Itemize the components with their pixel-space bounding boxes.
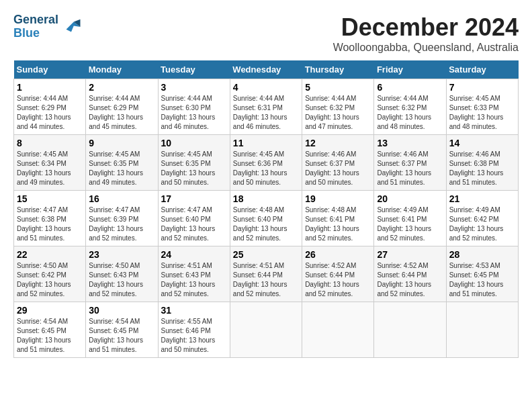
day-number: 20 bbox=[377, 193, 443, 204]
day-number: 28 bbox=[449, 249, 515, 260]
calendar-cell: 27Sunrise: 4:52 AM Sunset: 6:44 PM Dayli… bbox=[374, 246, 446, 302]
day-info: Sunrise: 4:46 AM Sunset: 6:37 PM Dayligh… bbox=[377, 150, 443, 187]
calendar-cell: 21Sunrise: 4:49 AM Sunset: 6:42 PM Dayli… bbox=[446, 191, 518, 246]
day-info: Sunrise: 4:44 AM Sunset: 6:32 PM Dayligh… bbox=[377, 94, 443, 132]
calendar-week-row-2: 8Sunrise: 4:45 AM Sunset: 6:34 PM Daylig… bbox=[14, 135, 519, 191]
calendar-cell: 16Sunrise: 4:47 AM Sunset: 6:39 PM Dayli… bbox=[86, 191, 158, 246]
calendar-cell: 14Sunrise: 4:46 AM Sunset: 6:38 PM Dayli… bbox=[446, 135, 518, 191]
calendar-cell: 3Sunrise: 4:44 AM Sunset: 6:30 PM Daylig… bbox=[158, 79, 230, 135]
day-info: Sunrise: 4:44 AM Sunset: 6:32 PM Dayligh… bbox=[305, 94, 371, 132]
day-number: 30 bbox=[89, 305, 154, 316]
day-info: Sunrise: 4:50 AM Sunset: 6:43 PM Dayligh… bbox=[89, 261, 154, 299]
day-number: 25 bbox=[233, 249, 299, 260]
page-header: General Blue December 2024 Woolloongabba… bbox=[13, 13, 519, 54]
day-info: Sunrise: 4:50 AM Sunset: 6:42 PM Dayligh… bbox=[17, 261, 83, 299]
calendar-cell bbox=[230, 302, 302, 358]
day-number: 27 bbox=[377, 249, 443, 260]
calendar-cell: 25Sunrise: 4:51 AM Sunset: 6:44 PM Dayli… bbox=[230, 246, 302, 302]
day-number: 17 bbox=[161, 193, 227, 204]
day-number: 8 bbox=[17, 138, 83, 148]
column-header-wednesday: Wednesday bbox=[230, 60, 302, 79]
day-info: Sunrise: 4:45 AM Sunset: 6:35 PM Dayligh… bbox=[89, 150, 154, 187]
day-info: Sunrise: 4:45 AM Sunset: 6:35 PM Dayligh… bbox=[161, 150, 227, 187]
calendar-cell: 8Sunrise: 4:45 AM Sunset: 6:34 PM Daylig… bbox=[14, 135, 86, 191]
calendar-cell: 7Sunrise: 4:45 AM Sunset: 6:33 PM Daylig… bbox=[446, 79, 518, 135]
calendar-cell: 10Sunrise: 4:45 AM Sunset: 6:35 PM Dayli… bbox=[158, 135, 230, 191]
calendar-week-row-5: 29Sunrise: 4:54 AM Sunset: 6:45 PM Dayli… bbox=[14, 302, 519, 358]
column-header-sunday: Sunday bbox=[14, 60, 86, 79]
day-info: Sunrise: 4:46 AM Sunset: 6:37 PM Dayligh… bbox=[305, 150, 371, 187]
day-info: Sunrise: 4:45 AM Sunset: 6:34 PM Dayligh… bbox=[17, 150, 83, 187]
day-info: Sunrise: 4:44 AM Sunset: 6:29 PM Dayligh… bbox=[89, 94, 154, 132]
day-info: Sunrise: 4:49 AM Sunset: 6:42 PM Dayligh… bbox=[449, 205, 515, 243]
day-number: 9 bbox=[89, 138, 154, 148]
day-info: Sunrise: 4:47 AM Sunset: 6:39 PM Dayligh… bbox=[89, 205, 154, 243]
calendar-cell: 29Sunrise: 4:54 AM Sunset: 6:45 PM Dayli… bbox=[14, 302, 86, 358]
calendar-cell: 12Sunrise: 4:46 AM Sunset: 6:37 PM Dayli… bbox=[302, 135, 374, 191]
calendar-cell: 26Sunrise: 4:52 AM Sunset: 6:44 PM Dayli… bbox=[302, 246, 374, 302]
day-number: 2 bbox=[89, 82, 154, 93]
calendar-cell: 13Sunrise: 4:46 AM Sunset: 6:37 PM Dayli… bbox=[374, 135, 446, 191]
day-number: 7 bbox=[449, 82, 515, 93]
calendar-cell: 5Sunrise: 4:44 AM Sunset: 6:32 PM Daylig… bbox=[302, 79, 374, 135]
calendar-cell: 24Sunrise: 4:51 AM Sunset: 6:43 PM Dayli… bbox=[158, 246, 230, 302]
calendar-cell: 11Sunrise: 4:45 AM Sunset: 6:36 PM Dayli… bbox=[230, 135, 302, 191]
day-number: 3 bbox=[161, 82, 227, 93]
day-number: 22 bbox=[17, 249, 83, 260]
day-number: 18 bbox=[233, 193, 299, 204]
day-number: 14 bbox=[449, 138, 515, 148]
calendar-cell: 15Sunrise: 4:47 AM Sunset: 6:38 PM Dayli… bbox=[14, 191, 86, 246]
day-number: 13 bbox=[377, 138, 443, 148]
day-info: Sunrise: 4:51 AM Sunset: 6:43 PM Dayligh… bbox=[161, 261, 227, 299]
day-number: 15 bbox=[17, 193, 83, 204]
day-number: 11 bbox=[233, 138, 299, 148]
title-block: December 2024 Woolloongabba, Queensland,… bbox=[333, 13, 519, 54]
day-number: 16 bbox=[89, 193, 154, 204]
day-number: 1 bbox=[17, 82, 83, 93]
calendar-cell bbox=[302, 302, 374, 358]
day-number: 26 bbox=[305, 249, 371, 260]
day-number: 10 bbox=[161, 138, 227, 148]
day-number: 24 bbox=[161, 249, 227, 260]
location-title: Woolloongabba, Queensland, Australia bbox=[333, 42, 519, 54]
calendar-cell bbox=[446, 302, 518, 358]
calendar-cell bbox=[374, 302, 446, 358]
day-info: Sunrise: 4:47 AM Sunset: 6:38 PM Dayligh… bbox=[17, 205, 83, 243]
column-header-friday: Friday bbox=[374, 60, 446, 79]
day-info: Sunrise: 4:54 AM Sunset: 6:45 PM Dayligh… bbox=[17, 317, 83, 355]
day-number: 31 bbox=[161, 305, 227, 316]
day-info: Sunrise: 4:48 AM Sunset: 6:40 PM Dayligh… bbox=[233, 205, 299, 243]
logo-general: General bbox=[13, 13, 58, 27]
day-info: Sunrise: 4:52 AM Sunset: 6:44 PM Dayligh… bbox=[377, 261, 443, 299]
day-info: Sunrise: 4:47 AM Sunset: 6:40 PM Dayligh… bbox=[161, 205, 227, 243]
day-number: 12 bbox=[305, 138, 371, 148]
logo: General Blue bbox=[13, 13, 81, 40]
calendar-cell: 2Sunrise: 4:44 AM Sunset: 6:29 PM Daylig… bbox=[86, 79, 158, 135]
calendar-cell: 28Sunrise: 4:53 AM Sunset: 6:45 PM Dayli… bbox=[446, 246, 518, 302]
day-info: Sunrise: 4:54 AM Sunset: 6:45 PM Dayligh… bbox=[89, 317, 154, 355]
day-info: Sunrise: 4:49 AM Sunset: 6:41 PM Dayligh… bbox=[377, 205, 443, 243]
day-info: Sunrise: 4:52 AM Sunset: 6:44 PM Dayligh… bbox=[305, 261, 371, 299]
day-info: Sunrise: 4:46 AM Sunset: 6:38 PM Dayligh… bbox=[449, 150, 515, 187]
day-info: Sunrise: 4:45 AM Sunset: 6:36 PM Dayligh… bbox=[233, 150, 299, 187]
logo-blue: Blue bbox=[13, 27, 58, 40]
day-info: Sunrise: 4:44 AM Sunset: 6:29 PM Dayligh… bbox=[17, 94, 83, 132]
day-info: Sunrise: 4:45 AM Sunset: 6:33 PM Dayligh… bbox=[449, 94, 515, 132]
day-info: Sunrise: 4:44 AM Sunset: 6:31 PM Dayligh… bbox=[233, 94, 299, 132]
column-header-monday: Monday bbox=[86, 60, 158, 79]
calendar-week-row-4: 22Sunrise: 4:50 AM Sunset: 6:42 PM Dayli… bbox=[14, 246, 519, 302]
calendar-cell: 4Sunrise: 4:44 AM Sunset: 6:31 PM Daylig… bbox=[230, 79, 302, 135]
calendar-cell: 22Sunrise: 4:50 AM Sunset: 6:42 PM Dayli… bbox=[14, 246, 86, 302]
day-info: Sunrise: 4:48 AM Sunset: 6:41 PM Dayligh… bbox=[305, 205, 371, 243]
calendar-cell: 9Sunrise: 4:45 AM Sunset: 6:35 PM Daylig… bbox=[86, 135, 158, 191]
calendar-cell: 19Sunrise: 4:48 AM Sunset: 6:41 PM Dayli… bbox=[302, 191, 374, 246]
calendar-cell: 6Sunrise: 4:44 AM Sunset: 6:32 PM Daylig… bbox=[374, 79, 446, 135]
day-number: 5 bbox=[305, 82, 371, 93]
day-info: Sunrise: 4:44 AM Sunset: 6:30 PM Dayligh… bbox=[161, 94, 227, 132]
day-info: Sunrise: 4:55 AM Sunset: 6:46 PM Dayligh… bbox=[161, 317, 227, 355]
day-number: 21 bbox=[449, 193, 515, 204]
day-info: Sunrise: 4:51 AM Sunset: 6:44 PM Dayligh… bbox=[233, 261, 299, 299]
calendar-cell: 18Sunrise: 4:48 AM Sunset: 6:40 PM Dayli… bbox=[230, 191, 302, 246]
calendar-week-row-1: 1Sunrise: 4:44 AM Sunset: 6:29 PM Daylig… bbox=[14, 79, 519, 135]
calendar-cell: 23Sunrise: 4:50 AM Sunset: 6:43 PM Dayli… bbox=[86, 246, 158, 302]
